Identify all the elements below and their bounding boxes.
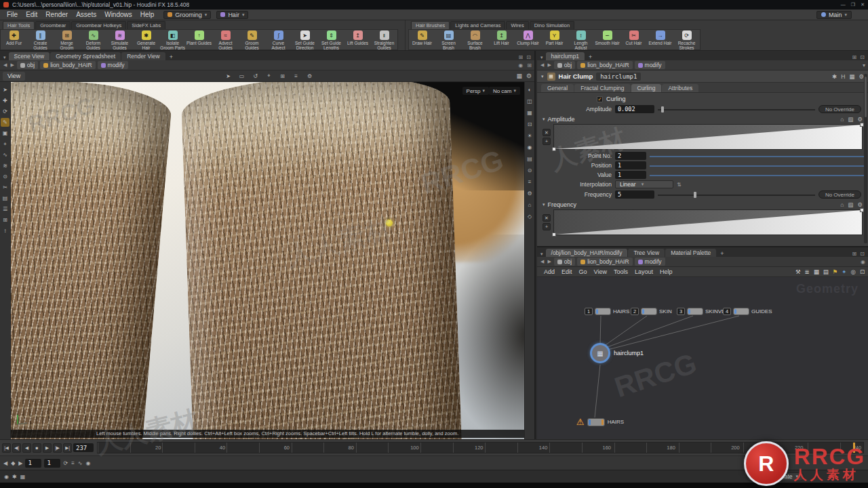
shelf-tool[interactable]: ▤ Screen Brush [435,30,462,49]
path-segment[interactable]: lion_body_HAIR [577,258,632,266]
flag-icon[interactable]: ⚑ [833,268,838,275]
shelf-tool[interactable]: ↥ Lift Hair [488,30,515,49]
memory-icon[interactable]: ▦ [20,474,26,480]
pane-split-icon[interactable]: ⊞ [519,54,524,60]
jump-end-button[interactable]: ▶| [63,443,72,453]
parameter-tab[interactable]: Attributes [662,84,698,92]
move-icon[interactable]: ✚ [1,96,9,105]
cook-status-icon[interactable]: ✱ [12,474,17,480]
pane-menu-icon[interactable]: ▾ [539,55,545,60]
remove-point-button[interactable]: ✕ [542,129,551,136]
network-node[interactable]: 2 SKIN [631,308,672,315]
list-icon[interactable]: ▤ [823,268,829,275]
ramp-preset-icon[interactable]: ▧ [848,201,853,208]
settings-icon[interactable]: ⚙ [526,189,534,198]
zoom-icon[interactable]: ◎ [850,268,855,275]
shelf-tool[interactable]: ∿ Deform Guides [80,30,106,49]
adjust-icon[interactable]: ↕ [1,226,9,235]
node-name-field[interactable]: hairclump1 [596,73,641,81]
shelf-tool[interactable]: ‖ Straighten Guides [371,30,397,49]
comb-icon[interactable]: ∿ [1,150,9,159]
playbar-options-icon[interactable]: ≡ [71,460,75,466]
parameter-tab[interactable]: Curling [631,84,662,92]
scrollbar[interactable] [864,74,867,243]
network-menu-item[interactable]: Add [540,268,558,275]
network-node[interactable]: 3 SKINVDB [677,308,729,315]
shelf-tool[interactable]: ✎ Groom Guides [239,30,265,49]
home-icon[interactable]: ⌂ [526,201,534,209]
shelf-tool[interactable]: ◧ Isolate Groom Parts [159,30,186,49]
shelf-tab[interactable]: Groombear [35,21,71,29]
parameter-tab[interactable]: Fractal Clumping [574,84,630,92]
help-icon[interactable]: H [841,73,845,80]
point-param-field[interactable]: 1 [615,171,646,179]
hairclump-node[interactable]: ▦ hairclump1 [590,343,644,363]
grid-icon[interactable]: ▦ [814,268,819,275]
new-tab-button[interactable]: + [586,54,595,60]
path-segment[interactable]: lion_body_HAIR [40,61,95,69]
keyframe-prev-icon[interactable]: ◀ [3,460,7,466]
forward-icon[interactable]: ▶ [9,62,14,68]
path-segment[interactable]: obj [17,61,38,69]
shelf-tab[interactable]: SideFX Labs [127,21,165,29]
remove-point-button[interactable]: ✕ [542,214,551,222]
path-segment[interactable]: obj [554,61,575,69]
pane-tab[interactable]: Material Palette [665,249,716,257]
slider-handle[interactable] [694,192,696,198]
keyframe-next-icon[interactable]: ▶ [18,460,22,466]
lighting-icon[interactable]: ☀ [526,131,534,140]
menu-item[interactable]: Render [41,11,72,18]
pane-split-icon[interactable]: ⊞ [852,251,857,257]
shelf-tool[interactable]: Y Part Hair [541,30,568,49]
prev-keyframe-button[interactable]: ◀| [12,443,21,453]
network-node[interactable]: 4 GUIDES [723,308,772,315]
close-button[interactable]: ✕ [861,2,865,7]
star-icon[interactable]: ✦ [842,268,846,275]
screen-icon[interactable]: ▤ [1,194,9,203]
new-tab-button[interactable]: + [717,250,726,257]
point-param-slider[interactable] [650,152,864,160]
amplitude-field[interactable]: 0.002 [615,105,654,113]
guides-icon[interactable]: ▤ [526,155,534,163]
shelf-tool[interactable]: ✎ Draw Hair [409,30,435,49]
selected-node-ring[interactable]: ▦ [590,343,610,363]
wrench-icon[interactable]: ⚒ [795,268,801,275]
grid-icon[interactable]: ⊞ [278,72,287,81]
viewport-settings-icon[interactable]: ⚙ [526,73,532,79]
frequency-override-button[interactable]: No Override [818,190,861,199]
gallery-icon[interactable]: ▦ [849,73,854,80]
curling-checkbox[interactable]: ✓ [597,96,603,102]
realtime-icon[interactable]: ◉ [86,460,91,466]
expand-icon[interactable]: ▾ [542,202,545,207]
back-icon[interactable]: ◀ [540,62,545,68]
panel-icon[interactable]: ≡ [526,178,534,186]
points-icon[interactable]: ⊙ [526,166,534,175]
maximize-button[interactable]: ❐ [851,2,855,7]
network-menu-item[interactable]: Go [576,268,591,275]
rotate-icon[interactable]: ⟳ [1,107,9,116]
shelf-tool[interactable]: ✱ Generate Hair [133,30,159,49]
path-segment[interactable]: lion_body_HAIR [577,61,632,69]
shelf-tab[interactable]: Groombear Hotkeys [71,21,126,29]
cut-icon[interactable]: ✂ [1,183,9,192]
shelf-tool[interactable]: ⊞ Merge Groom Objects [54,30,80,49]
clump-icon[interactable]: ⊙ [1,172,9,181]
select-icon[interactable]: ➤ [1,85,9,94]
interpolation-dropdown[interactable]: Linear ▾ [615,180,673,188]
shelf-tool[interactable]: ✂ Cut Hair [620,30,647,49]
point-param-field[interactable]: 2 [615,152,646,160]
display-options-icon[interactable]: ▦ [516,73,522,79]
network-menu-item[interactable]: Edit [558,268,576,275]
pane-maximize-icon[interactable]: ⊡ [860,251,865,257]
pane-link-icon[interactable]: ⊞ [527,62,532,68]
menu-item[interactable]: Windows [100,11,136,18]
viewport-3d[interactable]: Persp ▾ No cam ▾ Left mouse tumbles. Mid… [11,82,524,439]
view-menu[interactable]: View [3,72,25,81]
view-reset-icon[interactable]: ↺ [251,72,260,81]
menu-item[interactable]: Assets [72,11,100,18]
network-canvas[interactable]: Geometry 1 HAIRS 2 [537,278,868,439]
path-segment[interactable]: modify [98,61,128,69]
shelf-tool[interactable]: ≋ Simulate Guides [106,30,133,49]
snapshot-icon[interactable]: ⊡ [860,268,865,275]
wireframe-icon[interactable]: ◫ [526,97,534,106]
